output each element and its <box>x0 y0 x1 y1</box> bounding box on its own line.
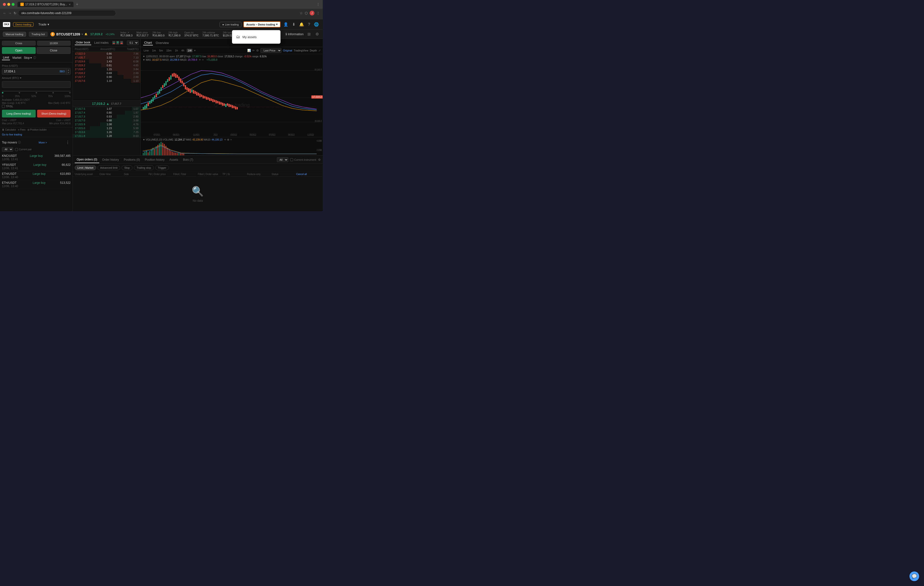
profile-btn[interactable]: J <box>310 11 315 15</box>
volume-close-icon[interactable]: ✕ <box>230 138 232 141</box>
4h-btn[interactable]: 4h <box>180 48 185 53</box>
chart-tab[interactable]: Chart <box>143 40 153 45</box>
slider-dot-50[interactable] <box>36 92 37 93</box>
tab-close-btn[interactable]: ✕ <box>69 3 71 6</box>
trade-menu[interactable]: Trade ▾ <box>36 22 51 27</box>
advanced-limit-filter[interactable]: Advanced limit <box>97 165 120 170</box>
table-row[interactable]: 17,017.70.902.00 <box>73 75 140 79</box>
live-trading-btn[interactable]: ● Live trading <box>219 22 241 27</box>
table-row[interactable]: 17,017.30.932.80 <box>73 114 140 118</box>
volume-settings-icon[interactable]: ⚙ <box>227 138 229 141</box>
pair-selector[interactable]: ₿ BTCUSDT1209 ▾ 🔔 <box>51 32 87 36</box>
information-btn[interactable]: ℹ Information <box>285 32 304 36</box>
assets-demo-btn[interactable]: Assets – Demo trading ▾ <box>243 22 280 27</box>
overview-tab[interactable]: Overview <box>155 41 170 45</box>
market-btn[interactable]: Market <box>12 56 22 60</box>
stop-filter[interactable]: Stop <box>122 165 132 170</box>
bookmark-btn[interactable]: ☆ <box>300 11 303 15</box>
current-pair-checkbox[interactable] <box>15 148 18 151</box>
tpsl-checkbox[interactable] <box>2 105 5 108</box>
slider-dots[interactable] <box>2 92 71 93</box>
draw-btn[interactable]: ✏ <box>252 49 255 52</box>
table-row[interactable]: 17,015.01.235.99 <box>73 126 140 130</box>
bell-icon-btn[interactable]: 🔔 <box>298 21 305 28</box>
price-input[interactable] <box>2 68 58 74</box>
table-row[interactable]: 17,018.71.153.84 <box>73 67 140 71</box>
assets-tab[interactable]: Assets <box>167 157 180 163</box>
limit-btn[interactable]: Limit <box>2 55 10 60</box>
bots-tab[interactable]: Bots (7) <box>181 157 195 163</box>
help-icon-btn[interactable]: ? <box>307 22 311 28</box>
price-down-btn[interactable]: ▼ <box>66 71 70 74</box>
close-window-btn[interactable] <box>3 3 6 6</box>
1w-btn[interactable]: 1W <box>186 48 193 53</box>
browser-tab[interactable]: ● 17,019.2 BTCUSDT1209 | Buy... ✕ <box>18 2 74 7</box>
table-row[interactable]: 17,020.71.027.10 <box>73 56 140 60</box>
globe-icon-btn[interactable]: 🌐 <box>313 21 320 28</box>
extension-btn[interactable]: ⬡ <box>305 11 308 15</box>
positions-tab[interactable]: Positions (0) <box>122 157 142 163</box>
forward-btn[interactable]: → <box>8 11 12 15</box>
stop-dropdown[interactable]: Stop ▾ <box>24 56 32 60</box>
ob-view-btn2[interactable] <box>116 41 119 45</box>
slider-dot-75[interactable] <box>53 92 54 93</box>
download-icon-btn[interactable]: ⬇ <box>291 21 296 28</box>
table-row[interactable]: 17,017.40.801.87 <box>73 111 140 114</box>
movers-filter-select[interactable]: All <box>2 147 13 152</box>
settings-chart-btn[interactable]: ⚙ <box>256 49 259 52</box>
refresh-btn[interactable]: ↻ <box>13 11 16 15</box>
tradingview-btn[interactable]: TradingView <box>294 49 309 52</box>
last-trades-tab[interactable]: Last trades <box>93 41 109 45</box>
order-info-icon[interactable]: ⓘ <box>33 56 36 60</box>
demo-trading-badge[interactable]: Demo trading <box>13 22 33 27</box>
maximize-window-btn[interactable] <box>12 3 15 6</box>
calculator-btn[interactable]: 🖩 Calculator <box>2 128 16 131</box>
1m-btn[interactable]: 1m <box>151 48 157 53</box>
th-cancel-all[interactable]: Cancel all <box>296 173 321 175</box>
amount-input[interactable] <box>2 81 70 88</box>
close-btn[interactable]: Close <box>36 47 71 54</box>
bottom-settings-btn[interactable]: ⚙ <box>318 158 321 161</box>
go-live-link[interactable]: Go to live trading <box>0 132 73 137</box>
more-btn[interactable]: More > <box>39 141 47 144</box>
bbo-btn[interactable]: BBO <box>58 70 66 73</box>
slider-dot-100[interactable] <box>69 92 71 93</box>
fees-btn[interactable]: ≡ Fees <box>18 128 25 131</box>
position-builder-btn[interactable]: ⊞ Position builder <box>27 128 46 131</box>
ob-view-btn3[interactable] <box>120 41 123 45</box>
trailing-stop-filter[interactable]: Trailing stop <box>134 165 154 170</box>
table-row[interactable]: 17,013.61.267.25 <box>73 130 140 134</box>
table-row[interactable]: 17,017.00.883.68 <box>73 118 140 122</box>
browser-menu-btn[interactable]: ⋮ <box>317 11 320 15</box>
depth-btn[interactable]: Depth <box>310 49 317 52</box>
slider-dot-25[interactable] <box>19 92 20 93</box>
user-icon-btn[interactable]: 👤 <box>282 21 289 28</box>
minimize-window-btn[interactable] <box>7 3 10 6</box>
original-btn[interactable]: Original <box>283 49 292 52</box>
ob-size-select[interactable]: 0.1 <box>127 41 139 45</box>
address-bar[interactable] <box>18 10 116 16</box>
table-row[interactable]: 17,017.61.101.10 <box>73 79 140 83</box>
open-btn[interactable]: Open <box>2 47 36 54</box>
order-book-tab[interactable]: Order book <box>75 40 91 45</box>
cross-btn[interactable]: Cross <box>2 41 36 46</box>
all-select[interactable]: All <box>277 157 288 162</box>
expand-chart-btn[interactable]: ⤢ <box>318 49 321 52</box>
slider-handle[interactable] <box>2 92 3 93</box>
table-row[interactable]: 17,011.81.288.53 <box>73 134 140 138</box>
leverage-btn[interactable]: 10.00X <box>37 41 71 46</box>
trigger-filter[interactable]: Trigger <box>155 165 169 170</box>
manual-trading-btn[interactable]: Manual trading <box>3 32 26 36</box>
trading-bot-btn[interactable]: Trading bot <box>29 32 48 36</box>
table-row[interactable]: 17,019.20.814.65 <box>73 63 140 67</box>
short-btn[interactable]: Short (Demo trading) <box>37 110 71 118</box>
layout-btn[interactable]: ⊞ <box>307 31 312 37</box>
my-assets-item[interactable]: 🗂 My assets <box>232 32 280 41</box>
1h-btn[interactable]: 1h <box>174 48 179 53</box>
5m-btn[interactable]: 5m <box>158 48 164 53</box>
15m-btn[interactable]: 15m <box>165 48 172 53</box>
table-row[interactable]: 17,019.61.436.08 <box>73 60 140 63</box>
indicator-btn[interactable]: 📊 <box>247 49 251 52</box>
limit-market-filter[interactable]: Limit | Market <box>75 165 96 170</box>
line-btn[interactable]: Line <box>143 48 150 53</box>
